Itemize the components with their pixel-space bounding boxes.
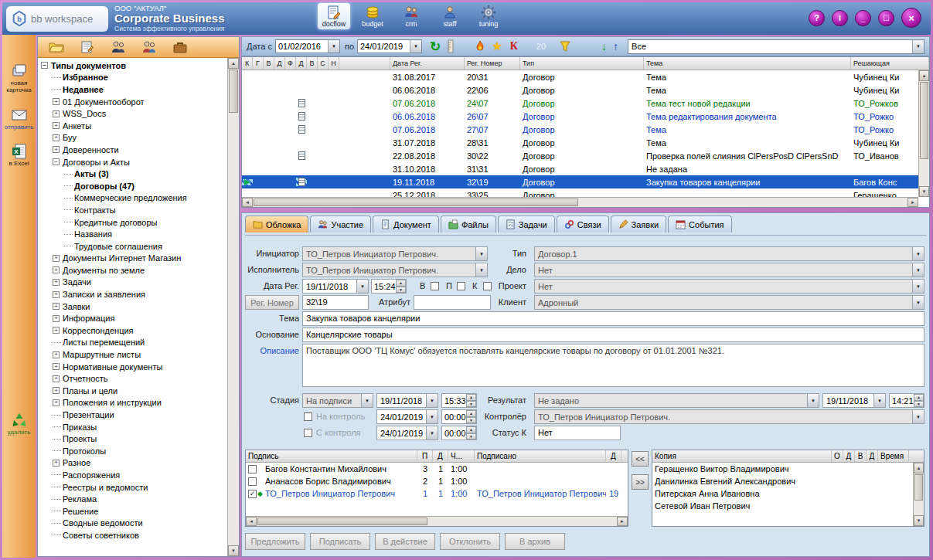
tree-item[interactable]: Избранное [38, 72, 227, 84]
module-tuning[interactable]: tuning [472, 3, 505, 29]
help-button[interactable]: ? [809, 10, 825, 26]
status-k-input[interactable]: Нет [534, 426, 621, 440]
grid-column-header[interactable]: Тип [520, 57, 644, 70]
expand-icon[interactable]: + [53, 351, 60, 358]
dropdown-arrow-icon[interactable]: ▼ [361, 394, 373, 407]
expand-icon[interactable]: + [53, 279, 60, 286]
off-control-date-input[interactable]: 24/01/2019▼ [376, 426, 438, 440]
result-time-input[interactable]: 14:21▲▼ [889, 393, 924, 408]
dropdown-arrow-icon[interactable]: ▼ [873, 394, 885, 407]
sign-column-header[interactable]: Подпись [246, 450, 417, 462]
tree-item[interactable]: −Типы документов [38, 59, 227, 72]
dropdown-arrow-icon[interactable]: ▼ [356, 280, 368, 293]
tree-item[interactable]: +Буу [38, 132, 227, 144]
expand-icon[interactable]: + [53, 375, 60, 382]
filter-funnel-icon[interactable] [560, 41, 570, 52]
grid-column-header[interactable]: Рег. Номер [465, 57, 520, 70]
tree-item[interactable]: Протоколы [38, 445, 227, 457]
tab-files[interactable]: Файлы [441, 216, 496, 232]
copy-row[interactable]: Питерская Анна Ивановна [652, 487, 924, 500]
tree-item[interactable]: Решение [38, 505, 227, 518]
dropdown-arrow-icon[interactable]: ▼ [328, 40, 339, 53]
arrow-down-icon[interactable]: ↓ [601, 40, 607, 53]
grid-icon-column-header[interactable]: В [264, 57, 274, 70]
export-excel-button[interactable]: X в Excel [2, 143, 36, 168]
time-spinner[interactable]: ▲▼ [914, 394, 924, 407]
sign-column-header[interactable]: Ч... [448, 450, 475, 462]
grid-icon-column-header[interactable]: С [318, 57, 329, 70]
sign-row[interactable]: Багов Константин Михайлович311:00 [246, 463, 628, 475]
project-combo[interactable]: Нет▼ [534, 279, 924, 294]
module-docflow[interactable]: docflow [318, 3, 350, 29]
grid-vscrollbar[interactable]: ▲ ▼ [918, 70, 929, 197]
off-control-time-input[interactable]: 00:00▲▼ [441, 426, 477, 440]
sign-row[interactable]: ✓◆ТО_Петров Инициатор Петрович111:00ТО_П… [246, 487, 628, 500]
sign-checkbox[interactable]: ✓ [248, 490, 257, 498]
scroll-thumb[interactable] [254, 199, 578, 206]
dropdown-arrow-icon[interactable]: ▼ [426, 410, 438, 423]
tree-item[interactable]: −Договоры и Акты [38, 156, 227, 168]
grid-icon-column-header[interactable]: В [307, 57, 318, 70]
copy-vscrollbar[interactable]: ▲ ▼ [913, 463, 924, 526]
tab-requests[interactable]: Заявки [611, 216, 667, 232]
minimize-button[interactable]: _ [855, 10, 871, 26]
scroll-thumb[interactable] [257, 518, 427, 525]
grid-row[interactable]: 22.08.201830\22ДоговорПроверка полей сли… [242, 149, 929, 162]
expand-icon[interactable]: + [53, 122, 60, 129]
stage-time-input[interactable]: 15:33▲▼ [441, 393, 477, 408]
favorites-star-icon[interactable]: ★ [492, 39, 502, 53]
maximize-button[interactable]: □ [878, 10, 894, 26]
case-combo[interactable]: Нет▼ [534, 263, 924, 277]
briefcase-icon[interactable] [172, 40, 188, 54]
expand-icon[interactable]: + [53, 363, 60, 370]
on-control-date-input[interactable]: 24/01/2019▼ [376, 409, 438, 424]
expand-icon[interactable]: + [53, 327, 60, 334]
tree-item[interactable]: +Документы по земле [38, 264, 227, 277]
tree-item[interactable]: +Доверенности [38, 144, 227, 156]
sign-column-header[interactable]: Д [433, 450, 448, 462]
tree-item[interactable]: Недавнее [38, 83, 227, 96]
propose-button[interactable]: Предложить [245, 533, 305, 550]
ruler-icon[interactable] [447, 39, 455, 53]
reg-num-input[interactable]: 32\19 [302, 295, 369, 310]
initiator-combo[interactable]: ТО_Петров Инициатор Петрович.▼ [302, 246, 488, 261]
expand-icon[interactable]: + [53, 387, 60, 394]
tree-item[interactable]: Сводные ведомости [38, 518, 227, 530]
grid-row[interactable]: 19.11.201832\19ДоговорЗакупка товаров ка… [242, 175, 929, 188]
sign-column-header[interactable]: Д [606, 450, 621, 462]
sign-checkbox[interactable] [248, 477, 257, 486]
controller-combo[interactable]: ТО_Петров Инициатор Петрович.▼ [534, 409, 924, 424]
tree-item[interactable]: +Документы Интернет Магазин [38, 253, 227, 265]
copy-column-header[interactable]: В [855, 450, 867, 462]
copy-column-header[interactable]: О [832, 450, 843, 462]
tree-item[interactable]: +Разное [38, 457, 227, 470]
tree-item[interactable]: Акты (3) [38, 168, 227, 180]
copy-column-header[interactable]: Копия [652, 450, 832, 462]
close-button[interactable]: × [901, 8, 921, 28]
sign-row[interactable]: Ананасов Борис Владимирович211:00 [246, 475, 628, 487]
theme-input[interactable]: Закупка товаров канцелярии [302, 311, 924, 326]
tab-cover[interactable]: Обложка [245, 216, 308, 232]
on-control-checkbox[interactable] [304, 412, 312, 421]
scroll-down-icon[interactable]: ▼ [919, 186, 929, 197]
executor-combo[interactable]: ТО_Петров Инициатор Петрович.▼ [302, 263, 488, 277]
tree-item[interactable]: +WSS_Docs [38, 107, 227, 120]
tree-item[interactable]: Контракты [38, 204, 227, 216]
dropdown-arrow-icon[interactable]: ▼ [410, 40, 421, 53]
reg-date-input[interactable]: 19/11/2018▼ [302, 279, 369, 294]
copy-column-header[interactable]: Д [867, 450, 878, 462]
activate-button[interactable]: В действие [375, 533, 435, 550]
tree-item[interactable]: Проекты [38, 433, 227, 445]
client-combo[interactable]: Адронный▼ [534, 295, 924, 310]
archive-button[interactable]: В архив [505, 533, 565, 550]
scroll-right-icon[interactable]: ► [907, 198, 918, 207]
sign-button[interactable]: Подписать [310, 533, 370, 550]
collapse-icon[interactable]: − [41, 62, 48, 69]
stage-combo[interactable]: На подписи▼ [302, 393, 373, 408]
tree-item[interactable]: +Нормативные документы [38, 361, 227, 373]
copy-row[interactable]: Данилинка Евгений Александрович [652, 475, 924, 487]
dropdown-arrow-icon[interactable]: ▼ [912, 296, 924, 309]
scroll-thumb[interactable] [229, 70, 238, 113]
grid-row[interactable]: 31.08.201720\31ДоговорТемаЧубинец Ки [242, 70, 929, 83]
folder-open-icon[interactable] [49, 40, 64, 54]
